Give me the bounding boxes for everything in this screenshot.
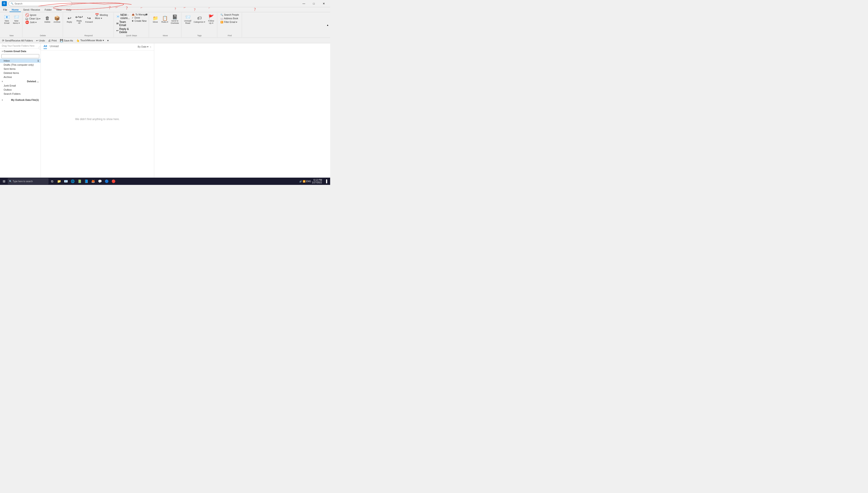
- title-search-box[interactable]: Search: [8, 1, 72, 6]
- create-new-button[interactable]: ✚ Create New: [131, 20, 149, 22]
- follow-up-label: FollowUp ▾: [208, 20, 214, 24]
- sidebar-item-search-folders[interactable]: Search Folders: [0, 92, 41, 96]
- address-book-label: Address Book: [224, 17, 238, 20]
- sidebar-item-junk[interactable]: Junk Email: [0, 84, 41, 88]
- show-desktop-button[interactable]: ▐: [323, 178, 329, 185]
- ribbon-group-delete: 🚫 Ignore 🗂 Clean Up ▾ ⛔ Junk ▾ 🗑 Delete …: [23, 13, 63, 37]
- taskbar-task-view[interactable]: ⧉: [49, 178, 55, 185]
- filter-email-button[interactable]: 🔽 Filter Email ▾: [219, 20, 240, 24]
- meeting-label: Meeting: [100, 14, 108, 16]
- sidebar-item-inbox[interactable]: Inbox 1: [0, 59, 41, 63]
- done-button[interactable]: ✓ Done: [131, 16, 149, 19]
- taskbar-google[interactable]: 🔵: [103, 178, 110, 185]
- archive-label: Archive: [4, 76, 12, 79]
- move-button[interactable]: 📁 Move: [151, 13, 160, 26]
- reply-all-button[interactable]: ↩↩ ReplyAll: [75, 13, 84, 26]
- tab-home[interactable]: Home: [9, 8, 21, 12]
- ribbon-group-move-content: 📁 Move 📋 Rules ▾ 📓 Send toOneNote: [151, 13, 180, 34]
- taskbar-search[interactable]: 🔍 Type here to search: [8, 178, 48, 185]
- maximize-button[interactable]: □: [309, 1, 318, 6]
- tab-unread[interactable]: Unread: [50, 45, 59, 49]
- save-as-button[interactable]: 💾 Save As: [59, 39, 74, 43]
- archive-button[interactable]: 📦 Archive: [53, 13, 61, 26]
- send-receive-all-button[interactable]: ⟳ Send/Receive All Folders: [1, 39, 34, 43]
- new-email-button[interactable]: 📧 NewEmail: [2, 13, 11, 26]
- ignore-button[interactable]: 🚫 Ignore: [24, 13, 42, 17]
- rules-button[interactable]: 📋 Rules ▾: [160, 13, 169, 26]
- taskbar-word[interactable]: 📘: [83, 178, 89, 185]
- search-people-button[interactable]: 🔍 Search People: [219, 13, 240, 17]
- sidebar-item-deleted2[interactable]: Deleted ...: [0, 79, 41, 84]
- undo-icon: ↩: [36, 39, 38, 42]
- qs-item-team-email[interactable]: ✉ Team Email: [116, 20, 130, 27]
- taskbar-chrome[interactable]: 🌐: [69, 178, 76, 185]
- delete-button[interactable]: 🗑 Delete: [43, 13, 52, 26]
- sidebar-collapse-button[interactable]: ‹: [39, 46, 41, 50]
- taskbar-outlook[interactable]: 📧: [63, 178, 69, 185]
- taskbar-firefox[interactable]: 🦊: [90, 178, 96, 185]
- touch-mouse-button[interactable]: 👆 Touch/Mouse Mode ▾: [75, 39, 105, 43]
- search-people-icon: 🔍: [221, 14, 223, 16]
- send-receive-icon: ⟳: [2, 39, 4, 42]
- start-button[interactable]: ⊞: [1, 178, 7, 185]
- clean-up-icon: 🗂: [25, 17, 28, 20]
- follow-up-button[interactable]: 🚩 FollowUp ▾: [207, 13, 215, 26]
- qs-expand-button[interactable]: ⊞: [146, 13, 147, 16]
- address-book-button[interactable]: 📖 Address Book: [219, 17, 240, 20]
- rules-icon: 📋: [162, 16, 168, 20]
- qs-item-new-cosmin[interactable]: 📧 NEW - cosmi...: [116, 13, 130, 20]
- touch-icon: 👆: [76, 39, 80, 42]
- more-respond-button[interactable]: More ▾: [94, 17, 112, 20]
- sidebar-search-box[interactable]: [1, 54, 39, 58]
- categorize-icon: 🏷: [197, 16, 202, 20]
- close-button[interactable]: ✕: [319, 1, 328, 6]
- ribbon-tabs: File Home Send / Receive Folder View Hel…: [0, 7, 330, 12]
- email-filter[interactable]: By Date ▾ ↑: [138, 45, 151, 48]
- ribbon-group-delete-label: Delete: [24, 34, 61, 37]
- junk-button[interactable]: ⛔ Junk ▾: [24, 20, 42, 24]
- sidebar-item-outbox[interactable]: Outbox: [0, 88, 41, 92]
- qa-more-button[interactable]: ▾: [106, 39, 110, 43]
- taskbar-file-explorer[interactable]: 📁: [56, 178, 62, 185]
- undo-button[interactable]: ↩ Undo: [35, 39, 46, 43]
- outlook-logo-icon: O: [2, 1, 7, 6]
- categorize-button[interactable]: 🏷 Categorize ▾: [193, 13, 206, 26]
- tab-folder[interactable]: Folder: [42, 8, 54, 12]
- print-button[interactable]: 🖨 Print: [47, 39, 58, 43]
- filter-email-label: Filter Email ▾: [224, 21, 237, 23]
- taskbar-app-red[interactable]: 🔴: [110, 178, 117, 185]
- reply-button[interactable]: ↩ Reply: [65, 13, 74, 26]
- unread-label: Unread/Read: [184, 20, 191, 24]
- sort-icon[interactable]: ↑: [150, 45, 151, 48]
- tab-send-receive[interactable]: Send / Receive: [21, 8, 42, 12]
- tab-help[interactable]: Help: [64, 8, 74, 12]
- ribbon-collapse-button[interactable]: ▲: [326, 13, 329, 37]
- tab-file[interactable]: File: [1, 8, 9, 12]
- tab-view[interactable]: View: [54, 8, 64, 12]
- clean-up-button[interactable]: 🗂 Clean Up ▾: [24, 17, 42, 20]
- sidebar-item-deleted[interactable]: Deleted Items: [0, 71, 41, 75]
- sidebar-item-archive[interactable]: Archive: [0, 75, 41, 79]
- sidebar-account-cosmin[interactable]: Cosmin Email Data: [0, 49, 41, 54]
- meeting-button[interactable]: 📅 Meeting: [94, 13, 112, 17]
- sidebar-item-drafts[interactable]: Drafts (This computer only): [0, 63, 41, 67]
- junk-icon: ⛔: [25, 21, 29, 24]
- unread-read-button[interactable]: 📨 Unread/Read: [183, 13, 192, 26]
- reply-label: Reply: [67, 21, 72, 23]
- sidebar-item-outlook-data[interactable]: My Outlook Data File(1): [0, 98, 41, 102]
- categorize-label: Categorize ▾: [194, 21, 205, 23]
- send-receive-label: Send/Receive All Folders: [5, 39, 33, 42]
- print-label: Print: [51, 39, 57, 42]
- tab-all[interactable]: All: [44, 45, 47, 49]
- new-items-button[interactable]: 📨 NewItems ▾: [12, 13, 21, 26]
- sidebar-item-sent[interactable]: Sent Items: [0, 67, 41, 71]
- minimize-button[interactable]: —: [299, 1, 308, 6]
- onenote-button[interactable]: 📓 Send toOneNote: [170, 13, 180, 26]
- more-respond-label: More ▾: [95, 17, 102, 20]
- taskbar-teams[interactable]: 💬: [97, 178, 103, 185]
- qs-team-icon: ✉: [116, 22, 119, 25]
- taskbar-excel[interactable]: 📗: [76, 178, 83, 185]
- forward-button[interactable]: ↪ Forward: [84, 13, 94, 26]
- ribbon-group-qs-label: Quick Steps: [116, 34, 147, 37]
- qs-item-reply-delete[interactable]: ↩ Reply & Delete: [116, 27, 130, 34]
